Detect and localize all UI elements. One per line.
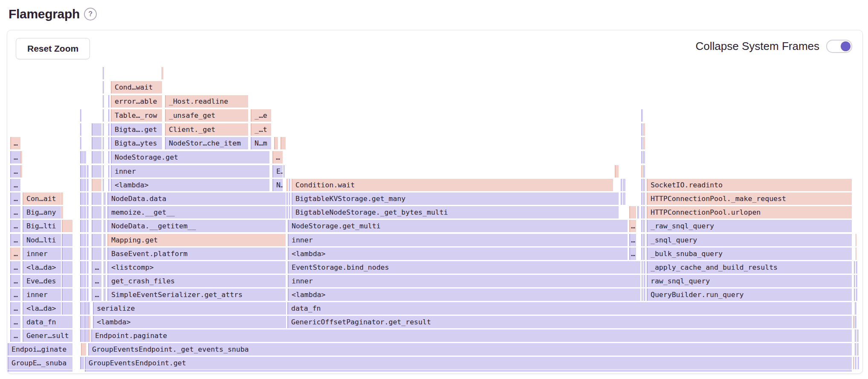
flame-frame[interactable]: _raw_snql_query [647, 220, 852, 232]
flame-frame[interactable] [641, 248, 643, 260]
flame-frame[interactable]: inner [288, 275, 640, 287]
flame-frame[interactable]: N…m [251, 137, 271, 149]
flame-frame[interactable] [92, 192, 101, 205]
flame-frame[interactable] [80, 179, 84, 191]
flame-frame[interactable] [103, 165, 104, 178]
flame-frame[interactable]: HTTPConnectionPool.urlopen [647, 206, 852, 219]
flame-frame[interactable] [855, 316, 856, 328]
flame-frame[interactable]: GroupE…_snuba [8, 357, 72, 369]
flame-frame[interactable]: Gener…sult [23, 329, 72, 342]
flame-frame[interactable] [80, 123, 81, 136]
flame-frame[interactable] [281, 137, 286, 149]
flame-frame[interactable] [855, 302, 856, 315]
flame-frame[interactable] [162, 67, 163, 79]
flame-frame[interactable] [80, 220, 84, 232]
flame-frame[interactable] [854, 289, 855, 301]
flame-frame[interactable]: NodeData.data [107, 192, 286, 205]
flame-frame[interactable] [643, 248, 645, 260]
flame-frame[interactable] [62, 234, 72, 246]
flame-frame[interactable]: <la…da> [23, 261, 61, 274]
flame-frame[interactable] [84, 261, 86, 274]
flame-frame[interactable]: Nod…lti [23, 234, 61, 246]
flame-frame[interactable]: data_fn [23, 316, 72, 328]
flame-frame[interactable] [61, 206, 63, 219]
flame-frame[interactable]: <lambda> [288, 289, 640, 301]
flame-frame[interactable]: _bulk_snuba_query [647, 248, 852, 260]
flame-frame[interactable] [104, 192, 106, 205]
flame-frame[interactable] [644, 275, 645, 287]
flame-frame[interactable] [856, 234, 856, 246]
flame-frame[interactable] [84, 192, 86, 205]
flame-frame[interactable]: … [10, 165, 20, 178]
flame-frame[interactable]: raw_snql_query [647, 275, 852, 287]
flame-frame[interactable] [642, 289, 643, 301]
flame-frame[interactable] [643, 165, 645, 178]
flame-frame[interactable] [84, 316, 88, 328]
flame-frame[interactable] [641, 109, 643, 122]
flame-frame[interactable]: GroupEventsEndpoint._get_events_snuba [88, 343, 852, 356]
flame-frame[interactable]: inner [111, 165, 269, 178]
flame-frame[interactable]: inner [23, 248, 61, 260]
flame-frame[interactable] [855, 357, 856, 369]
flame-frame[interactable] [286, 206, 288, 219]
flame-frame[interactable] [88, 329, 90, 342]
flame-frame[interactable]: inner [23, 289, 61, 301]
flame-frame[interactable] [92, 123, 101, 136]
flame-frame[interactable] [857, 329, 859, 342]
flame-frame[interactable] [80, 151, 84, 163]
flame-frame[interactable]: _…e [251, 109, 271, 122]
flame-frame[interactable] [92, 234, 101, 246]
flame-frame[interactable] [92, 151, 101, 163]
flame-frame[interactable]: _unsafe_get [165, 109, 248, 122]
flame-frame[interactable]: … [10, 261, 20, 274]
flame-frame[interactable] [87, 220, 89, 232]
flame-frame[interactable] [103, 151, 104, 163]
flame-frame[interactable] [92, 220, 101, 232]
flame-frame[interactable] [87, 261, 89, 274]
flame-frame[interactable] [92, 179, 101, 191]
flame-frame[interactable]: NodeStorage.get_multi [288, 220, 628, 232]
flame-frame[interactable] [80, 137, 81, 149]
flame-frame[interactable] [286, 192, 288, 205]
flame-frame[interactable] [87, 192, 89, 205]
flame-frame[interactable]: _…t [251, 123, 271, 136]
flame-frame[interactable] [8, 370, 72, 372]
flame-frame[interactable]: … [10, 137, 20, 149]
flame-frame[interactable]: HTTPConnectionPool._make_request [647, 192, 852, 205]
flame-frame[interactable]: … [10, 192, 20, 205]
flame-frame[interactable]: BigtableNodeStorage._get_bytes_multi [292, 206, 619, 219]
flame-frame[interactable] [87, 179, 89, 191]
flame-frame[interactable] [103, 137, 104, 149]
flame-frame[interactable] [84, 220, 86, 232]
flame-frame[interactable] [274, 137, 278, 149]
flame-frame[interactable] [84, 179, 86, 191]
flame-frame[interactable] [643, 179, 645, 191]
flame-frame[interactable] [854, 261, 855, 274]
flame-frame[interactable] [80, 275, 84, 287]
flame-frame[interactable]: data_fn [287, 302, 852, 315]
flame-frame[interactable] [853, 316, 854, 328]
flame-frame[interactable] [643, 137, 645, 149]
flame-frame[interactable]: … [10, 179, 20, 191]
flame-frame[interactable] [286, 179, 288, 191]
flame-frame[interactable] [92, 165, 101, 178]
flame-frame[interactable] [623, 192, 625, 205]
flame-frame[interactable] [62, 248, 72, 260]
flame-frame[interactable] [104, 248, 106, 260]
flame-frame[interactable]: Bigta…ytes [111, 137, 162, 149]
flame-frame[interactable]: … [629, 234, 636, 246]
flame-frame[interactable] [92, 248, 101, 260]
flame-frame[interactable]: … [10, 289, 20, 301]
flame-frame[interactable] [104, 206, 106, 219]
flame-frame[interactable] [108, 137, 110, 149]
flame-frame[interactable]: … [629, 248, 636, 260]
flame-frame[interactable] [103, 179, 104, 191]
flame-frame[interactable] [641, 234, 643, 246]
flame-frame[interactable] [92, 206, 101, 219]
flame-frame[interactable] [84, 302, 88, 315]
flame-frame[interactable]: GenericOffsetPaginator.get_result [287, 316, 852, 328]
flame-frame[interactable] [289, 192, 290, 205]
flame-frame[interactable] [80, 289, 84, 301]
flame-frame[interactable] [637, 206, 639, 219]
flame-frame[interactable] [108, 109, 110, 122]
